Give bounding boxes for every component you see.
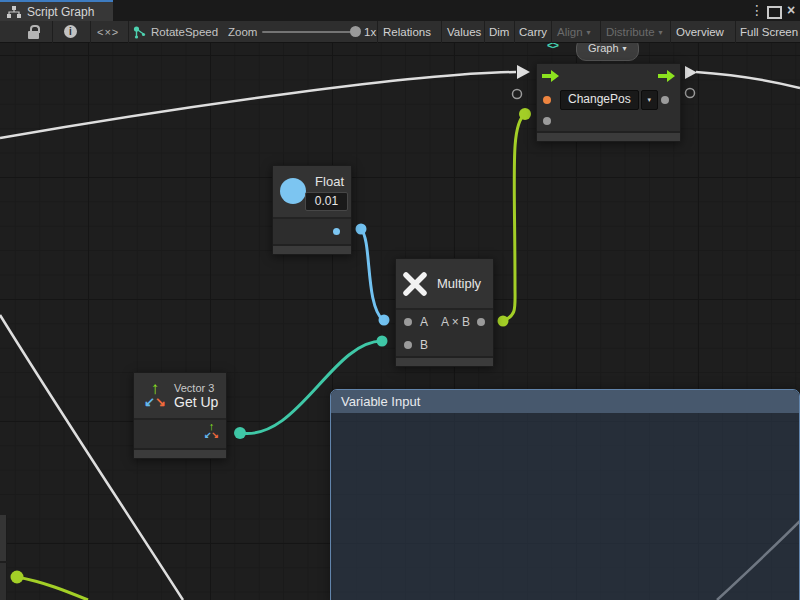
value-output-port[interactable] [661,96,669,104]
graph-hierarchy-icon [7,6,21,18]
graph-canvas[interactable]: <> Graph▾ ChangePos ▾ Float 0.01 [0,43,800,600]
unconnected-port[interactable] [513,90,522,99]
overview-button[interactable]: Overview [676,21,724,43]
float-node-header: Float 0.01 [273,166,351,219]
input-port-b[interactable] [404,341,412,349]
clipped-node-fragment[interactable] [0,563,7,600]
dropdown-arrow-button[interactable]: ▾ [641,90,658,110]
info-icon[interactable]: i [64,25,77,38]
float-node[interactable]: Float 0.01 [272,165,352,255]
changepos-dropdown[interactable]: ChangePos [560,90,639,110]
target-port-row: ChangePos ▾ [537,88,680,111]
flow-ports-row [537,64,680,88]
port-endpoint[interactable] [519,108,531,120]
variable-input-panel: Variable Input [330,389,800,600]
port-endpoint[interactable] [379,315,390,326]
flow-output-arrow-icon[interactable] [658,70,675,82]
graph-unit-icon: <> [547,43,558,51]
flow-input-arrow-icon[interactable] [542,70,559,82]
graph-header-button[interactable]: Graph▾ [576,43,639,61]
port-row-b: B [396,333,493,356]
zoom-slider-knob[interactable] [350,26,361,37]
chevron-down-icon: ▾ [623,44,627,53]
values-button[interactable]: Values [447,21,481,43]
tab-script-graph[interactable]: Script Graph [0,0,113,21]
vector3-output-port[interactable]: ↑ ↙↘ [204,422,219,439]
vector3-node-header: ↑ ↙↘ Vector 3 Get Up [134,373,226,420]
input-port-a[interactable] [404,318,412,326]
multiply-x-icon [401,270,429,298]
window-close-icon[interactable]: × [784,0,798,21]
unconnected-port[interactable] [686,89,695,98]
port-row-a: A A × B [396,310,493,333]
zoom-value: 1x [364,21,376,43]
vector3-get-up-node[interactable]: ↑ ↙↘ Vector 3 Get Up ↑ ↙↘ [133,372,227,459]
float-node-body [273,219,351,244]
float-type-icon [280,178,306,204]
window-menu-icon[interactable]: ⋮ [750,0,762,21]
float-output-port[interactable] [333,228,340,235]
multiply-node-header: Multiply [396,259,493,310]
port-a-label: A [420,315,428,329]
node-footer [273,244,351,254]
vector3-node-body: ↑ ↙↘ [134,420,226,448]
port-endpoint[interactable] [11,571,24,584]
flow-in-arrowhead [517,65,530,79]
vector3-icon: ↑ ↙↘ [139,383,171,408]
node-footer [396,356,493,366]
node-footer [537,131,680,141]
variable-input-panel-header[interactable]: Variable Input [331,390,799,413]
object-port[interactable] [543,96,551,104]
value-input-port[interactable] [543,117,551,125]
full-screen-button[interactable]: Full Screen [740,21,798,43]
zoom-label: Zoom [228,21,257,43]
wire-flow-out[interactable] [696,72,800,88]
graph-name-label: RotateSpeed [151,21,218,43]
carry-button[interactable]: Carry [519,21,547,43]
chevron-down-icon: ▾ [587,28,591,37]
port-out-label: A × B [441,315,470,329]
graph-asset-icon [133,26,146,39]
port-endpoint[interactable] [498,316,509,327]
chevron-down-icon: ▾ [659,28,663,37]
multiply-node[interactable]: Multiply A A × B B [395,258,494,367]
flow-out-arrowhead [685,66,697,79]
window-maximize-icon[interactable] [767,6,782,19]
port-endpoint[interactable] [377,336,388,347]
float-node-title: Float [315,174,344,189]
script-graph-window: Script Graph ⋮ × i <×> RotateSpeed Zoom … [0,0,800,600]
vector3-type-label: Vector 3 [174,382,218,394]
dim-button[interactable]: Dim [489,21,509,43]
distribute-button[interactable]: Distribute▾ [606,21,663,44]
multiply-node-title: Multiply [437,276,481,291]
vector3-node-title: Get Up [174,394,218,410]
wire-bottom-left[interactable] [17,577,88,600]
port-b-label: B [420,338,428,352]
clipped-node-fragment[interactable] [0,515,7,561]
wire-flow-in[interactable] [0,72,516,138]
wire-multiply-to-changepos[interactable] [503,114,525,321]
zoom-slider-track[interactable] [262,31,351,33]
changepos-node[interactable]: ChangePos ▾ [536,63,681,142]
output-port[interactable] [477,318,485,326]
lock-icon[interactable] [28,25,39,39]
graph-toolbar: i <×> RotateSpeed Zoom 1x Relations Valu… [0,21,800,43]
tab-bar: Script Graph ⋮ × [0,0,800,21]
float-value-field[interactable]: 0.01 [305,192,348,211]
code-icon[interactable]: <×> [97,21,119,43]
align-button[interactable]: Align▾ [557,21,591,44]
node-footer [134,448,226,458]
tab-title: Script Graph [27,5,94,19]
port-endpoint[interactable] [234,427,246,439]
wire-float-to-multiply[interactable] [361,229,383,320]
value-port-row [537,111,680,131]
relations-button[interactable]: Relations [383,21,431,43]
port-endpoint[interactable] [356,224,367,235]
